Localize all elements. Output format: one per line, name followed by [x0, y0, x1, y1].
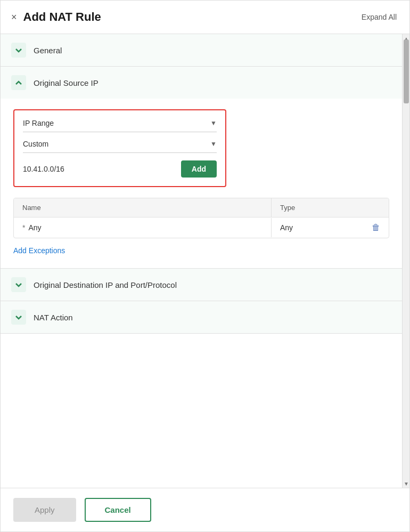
section-title-destination: Original Destination IP and Port/Protoco…	[34, 280, 177, 289]
panel-header: × Add NAT Rule Expand All	[1, 1, 409, 34]
table-cell-name-value: Any	[28, 223, 41, 232]
scroll-down-arrow-icon[interactable]: ▼	[403, 479, 409, 488]
chevron-general	[11, 43, 26, 58]
section-header-nat-action[interactable]: NAT Action	[1, 301, 402, 333]
cancel-button[interactable]: Cancel	[85, 498, 151, 522]
ip-subtype-select[interactable]: Custom Predefined	[23, 140, 217, 148]
ip-entry-row: Add	[23, 160, 217, 178]
ip-value-input[interactable]	[23, 163, 176, 175]
ip-type-select[interactable]: IP Range Any IP Address FQDN IP Group	[23, 119, 217, 127]
section-header-source-ip[interactable]: Original Source IP	[1, 67, 402, 99]
delete-row-icon[interactable]: 🗑	[372, 223, 380, 232]
section-header-general[interactable]: General	[1, 34, 402, 66]
add-ip-button[interactable]: Add	[181, 160, 217, 178]
chevron-down-icon-destination	[15, 281, 22, 288]
sections-area: General Original Source IP	[1, 34, 402, 488]
section-general: General	[1, 34, 402, 67]
panel-content: General Original Source IP	[1, 34, 409, 488]
add-exceptions-button[interactable]: Add Exceptions	[13, 246, 65, 255]
page-title: Add NAT Rule	[23, 10, 101, 24]
section-title-general: General	[34, 46, 62, 55]
chevron-source-ip	[11, 75, 26, 90]
ip-entries-table: Name Type * Any Any 🗑	[13, 198, 389, 238]
scroll-thumb[interactable]	[404, 39, 409, 103]
header-left: × Add NAT Rule	[11, 10, 101, 24]
ip-input-box: IP Range Any IP Address FQDN IP Group ▼	[13, 109, 226, 187]
chevron-up-icon	[15, 79, 22, 86]
panel-footer: Apply Cancel	[1, 488, 409, 531]
asterisk-icon: *	[22, 223, 25, 232]
section-nat-action: NAT Action	[1, 301, 402, 334]
ip-type-dropdown-wrapper: IP Range Any IP Address FQDN IP Group ▼	[23, 119, 217, 127]
section-title-nat-action: NAT Action	[34, 313, 73, 322]
section-header-destination[interactable]: Original Destination IP and Port/Protoco…	[1, 269, 402, 301]
chevron-down-icon	[15, 46, 22, 54]
section-body-source-ip: IP Range Any IP Address FQDN IP Group ▼	[1, 99, 402, 268]
chevron-down-icon-nat	[15, 313, 22, 321]
table-col-type-header: Type	[272, 198, 389, 217]
chevron-nat-action	[11, 310, 26, 325]
chevron-destination	[11, 277, 26, 292]
table-header-row: Name Type	[14, 198, 389, 217]
table-col-name-header: Name	[14, 198, 272, 217]
scroll-track[interactable]: ▲ ▼	[402, 34, 409, 488]
ip-subtype-dropdown-row: Custom Predefined ▼	[23, 140, 217, 153]
expand-all-button[interactable]: Expand All	[362, 13, 397, 21]
close-icon[interactable]: ×	[11, 12, 17, 22]
ip-subtype-dropdown-wrapper: Custom Predefined ▼	[23, 140, 217, 148]
ip-type-dropdown-row: IP Range Any IP Address FQDN IP Group ▼	[23, 119, 217, 132]
apply-button[interactable]: Apply	[13, 498, 76, 522]
table-row: * Any Any 🗑	[14, 217, 389, 238]
table-cell-type: Any 🗑	[272, 217, 389, 238]
section-original-destination: Original Destination IP and Port/Protoco…	[1, 269, 402, 301]
add-nat-rule-panel: × Add NAT Rule Expand All General	[0, 0, 410, 532]
section-original-source-ip: Original Source IP IP Range Any IP Addre…	[1, 67, 402, 269]
section-title-source-ip: Original Source IP	[34, 78, 99, 87]
table-cell-type-value: Any	[280, 223, 293, 232]
table-cell-name: * Any	[14, 218, 272, 237]
